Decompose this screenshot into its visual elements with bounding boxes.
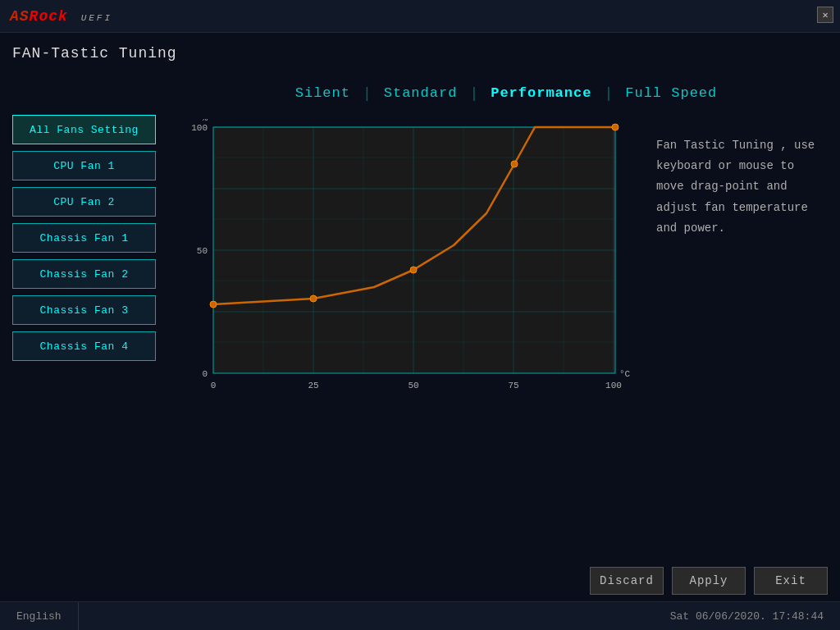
tab-separator-2: | (469, 85, 478, 102)
tab-separator-3: | (604, 85, 613, 102)
logo-rock: Rock (30, 8, 68, 25)
svg-text:0: 0 (211, 381, 217, 390)
svg-text:°C: °C (619, 369, 631, 379)
svg-point-20 (410, 267, 417, 273)
svg-text:0: 0 (202, 369, 208, 379)
action-bar: Discard Apply Exit (590, 567, 828, 595)
sidebar-item-chassis-fan-4[interactable]: Chassis Fan 4 (12, 331, 156, 361)
mode-tabs: Silent | Standard | Performance | Full S… (185, 82, 828, 104)
chart-info-row: 100 50 0 % 0 25 50 75 100 °C Fan Tast (185, 119, 828, 398)
fan-curve-chart[interactable]: 100 50 0 % 0 25 50 75 100 °C (185, 119, 636, 414)
svg-point-22 (612, 124, 619, 130)
tab-standard[interactable]: Standard (372, 82, 470, 104)
svg-point-18 (210, 301, 217, 308)
datetime-display: Sat 06/06/2020. 17:48:44 (654, 610, 840, 623)
chart-wrapper[interactable]: 100 50 0 % 0 25 50 75 100 °C (185, 119, 632, 398)
svg-text:100: 100 (605, 381, 622, 390)
status-bar: English Sat 06/06/2020. 17:48:44 (0, 601, 840, 630)
svg-text:25: 25 (308, 381, 318, 390)
info-text: Fan Tastic Tuning , use keyboard or mous… (656, 139, 815, 235)
language-selector[interactable]: English (0, 602, 79, 630)
sidebar-item-chassis-fan-1[interactable]: Chassis Fan 1 (12, 223, 156, 253)
tab-performance[interactable]: Performance (478, 82, 604, 104)
asrock-logo: ASRock UEFI (10, 8, 112, 25)
tab-separator-1: | (363, 85, 372, 102)
svg-text:%: % (202, 119, 208, 123)
sidebar-item-all-fans[interactable]: All Fans Setting (12, 115, 156, 144)
discard-button[interactable]: Discard (590, 567, 664, 595)
svg-text:50: 50 (197, 246, 208, 256)
info-panel: Fan Tastic Tuning , use keyboard or mous… (648, 127, 828, 247)
svg-point-21 (511, 161, 518, 167)
svg-point-19 (310, 295, 317, 302)
sidebar-item-chassis-fan-2[interactable]: Chassis Fan 2 (12, 259, 156, 289)
right-panel: Silent | Standard | Performance | Full S… (172, 78, 828, 607)
page-title: FAN-Tastic Tuning (12, 45, 177, 62)
apply-button[interactable]: Apply (672, 567, 746, 595)
sidebar-item-cpu-fan-1[interactable]: CPU Fan 1 (12, 151, 156, 180)
sidebar: All Fans SettingCPU Fan 1CPU Fan 2Chassi… (12, 115, 172, 607)
uefi-label: UEFI (81, 13, 112, 23)
svg-text:75: 75 (508, 381, 518, 390)
exit-button[interactable]: Exit (754, 567, 828, 595)
logo-as: AS (10, 8, 30, 25)
header-bar: ASRock UEFI ✕ (0, 0, 840, 33)
svg-text:50: 50 (408, 381, 418, 390)
tab-silent[interactable]: Silent (283, 82, 363, 104)
svg-text:100: 100 (191, 123, 208, 133)
tab-full-speed[interactable]: Full Speed (613, 82, 729, 104)
main-content: All Fans SettingCPU Fan 1CPU Fan 2Chassi… (0, 74, 840, 611)
sidebar-item-cpu-fan-2[interactable]: CPU Fan 2 (12, 187, 156, 217)
close-button[interactable]: ✕ (817, 7, 833, 23)
sidebar-item-chassis-fan-3[interactable]: Chassis Fan 3 (12, 295, 156, 325)
